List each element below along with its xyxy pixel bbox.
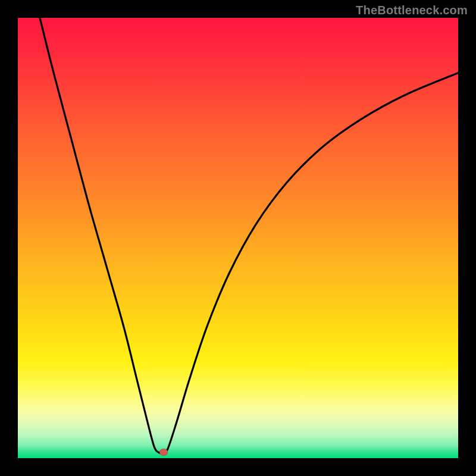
plot-area bbox=[18, 18, 458, 458]
optimal-point-marker bbox=[159, 449, 168, 456]
watermark-text: TheBottleneck.com bbox=[356, 4, 468, 17]
bottleneck-curve bbox=[18, 18, 458, 458]
chart-frame: TheBottleneck.com bbox=[0, 0, 476, 476]
